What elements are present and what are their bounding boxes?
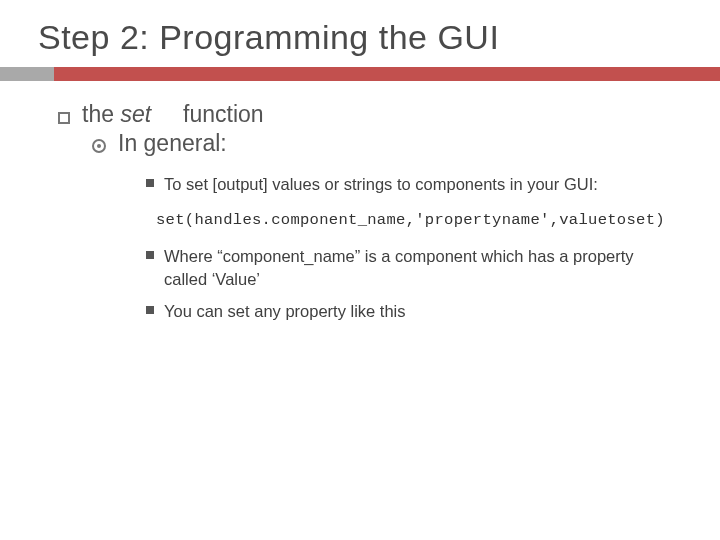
accent-bar xyxy=(0,67,720,81)
level1-post: function xyxy=(177,101,264,127)
square-small-bullet-icon xyxy=(146,306,154,314)
level3-c-text: You can set any property like this xyxy=(164,300,406,322)
bullet-level1: the set function xyxy=(58,101,676,128)
bullet-level2: In general: xyxy=(92,130,676,157)
code-snippet: set(handles.component_name,'propertyname… xyxy=(156,211,676,229)
level1-em: set xyxy=(120,101,151,127)
square-small-bullet-icon xyxy=(146,251,154,259)
level3-a-text: To set [output] values or strings to com… xyxy=(164,173,598,195)
square-small-bullet-icon xyxy=(146,179,154,187)
circle-dot-bullet-icon xyxy=(92,139,106,153)
slide-title: Step 2: Programming the GUI xyxy=(0,18,720,63)
bullet-level3-b: Where “component_name” is a component wh… xyxy=(146,245,676,290)
level1-text: the set function xyxy=(82,101,264,128)
level3-b-text: Where “component_name” is a component wh… xyxy=(164,245,676,290)
bullet-level3-c: You can set any property like this xyxy=(146,300,676,322)
square-bullet-icon xyxy=(58,112,70,124)
level1-pre: the xyxy=(82,101,120,127)
content-area: the set function In general: To set [out… xyxy=(0,81,720,322)
bullet-level3-a: To set [output] values or strings to com… xyxy=(146,173,676,195)
level2-text: In general: xyxy=(118,130,227,157)
